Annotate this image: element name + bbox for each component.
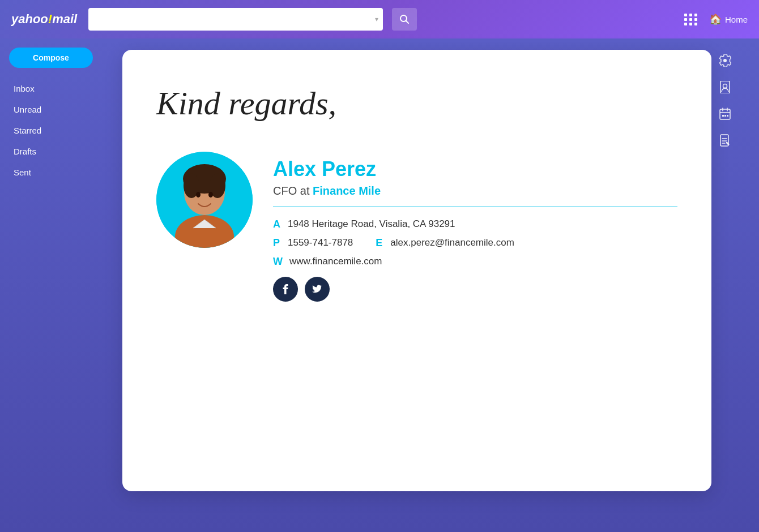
- sidebar-item-inbox[interactable]: Inbox: [0, 79, 102, 98]
- notes-icon[interactable]: [720, 134, 730, 149]
- contacts-icon[interactable]: [719, 81, 731, 96]
- home-icon: 🏠: [709, 13, 722, 25]
- sidebar-item-drafts[interactable]: Drafts: [0, 142, 102, 161]
- phone-value: 1559-741-7878: [288, 237, 353, 248]
- email-card: Kind regards,: [122, 50, 711, 491]
- website-value: www.financemile.com: [289, 256, 382, 267]
- home-label: Home: [725, 15, 748, 24]
- sidebar-item-sent[interactable]: Sent: [0, 163, 102, 182]
- settings-icon[interactable]: [719, 54, 731, 70]
- website-row: W www.financemile.com: [273, 256, 677, 268]
- search-button[interactable]: [392, 8, 417, 31]
- header-right: 🏠 Home: [684, 13, 748, 25]
- contact-info: Alex Perez CFO at Finance Mile A 1948 He…: [273, 152, 677, 302]
- main-layout: Compose Inbox Unread Starred Drafts Sent…: [0, 38, 759, 532]
- address-value: 1948 Heritage Road, Visalia, CA 93291: [288, 218, 455, 230]
- sidebar-item-unread[interactable]: Unread: [0, 100, 102, 119]
- search-input[interactable]: [93, 15, 373, 24]
- sidebar: Compose Inbox Unread Starred Drafts Sent: [0, 38, 102, 532]
- phone-email-row: P 1559-741-7878 E alex.perez@financemile…: [273, 237, 677, 249]
- address-row: A 1948 Heritage Road, Visalia, CA 93291: [273, 218, 677, 230]
- contact-title: CFO at Finance Mile: [273, 185, 677, 198]
- compose-button[interactable]: Compose: [9, 48, 93, 68]
- search-bar: ▾: [88, 8, 383, 31]
- signature-greeting: Kind regards,: [156, 84, 677, 123]
- chevron-down-icon[interactable]: ▾: [375, 15, 378, 23]
- svg-point-8: [196, 192, 201, 198]
- address-label: A: [273, 218, 281, 230]
- svg-rect-19: [720, 135, 728, 146]
- social-icons: [273, 277, 677, 302]
- avatar-image: [156, 152, 253, 248]
- content-area: Kind regards,: [102, 38, 759, 532]
- email-value: alex.perez@financemile.com: [390, 237, 514, 248]
- twitter-icon: [312, 284, 323, 295]
- search-icon: [399, 14, 410, 24]
- profile-section: Alex Perez CFO at Finance Mile A 1948 He…: [156, 152, 677, 302]
- twitter-button[interactable]: [305, 277, 330, 302]
- phone-label: P: [273, 237, 281, 249]
- svg-point-9: [208, 192, 213, 198]
- home-button[interactable]: 🏠 Home: [709, 13, 748, 25]
- yahoo-logo: yahoo!mail: [11, 12, 79, 27]
- facebook-icon: [280, 284, 291, 295]
- svg-rect-12: [720, 109, 730, 119]
- right-panel: [711, 50, 739, 149]
- svg-rect-17: [724, 115, 726, 117]
- web-label: W: [273, 256, 283, 268]
- contact-details: A 1948 Heritage Road, Visalia, CA 93291 …: [273, 218, 677, 268]
- contact-name: Alex Perez: [273, 157, 677, 181]
- avatar: [156, 152, 253, 248]
- svg-point-11: [723, 84, 727, 88]
- svg-rect-18: [727, 115, 728, 117]
- apps-icon[interactable]: [684, 14, 698, 25]
- divider: [273, 207, 677, 207]
- company-name: Finance Mile: [313, 185, 381, 197]
- facebook-button[interactable]: [273, 277, 298, 302]
- svg-line-1: [406, 21, 409, 24]
- svg-rect-16: [722, 115, 724, 117]
- title-prefix: CFO at: [273, 185, 313, 197]
- calendar-icon[interactable]: [719, 108, 731, 123]
- email-label: E: [376, 237, 383, 249]
- header: yahoo!mail ▾ 🏠 Home: [0, 0, 759, 38]
- sidebar-item-starred[interactable]: Starred: [0, 121, 102, 140]
